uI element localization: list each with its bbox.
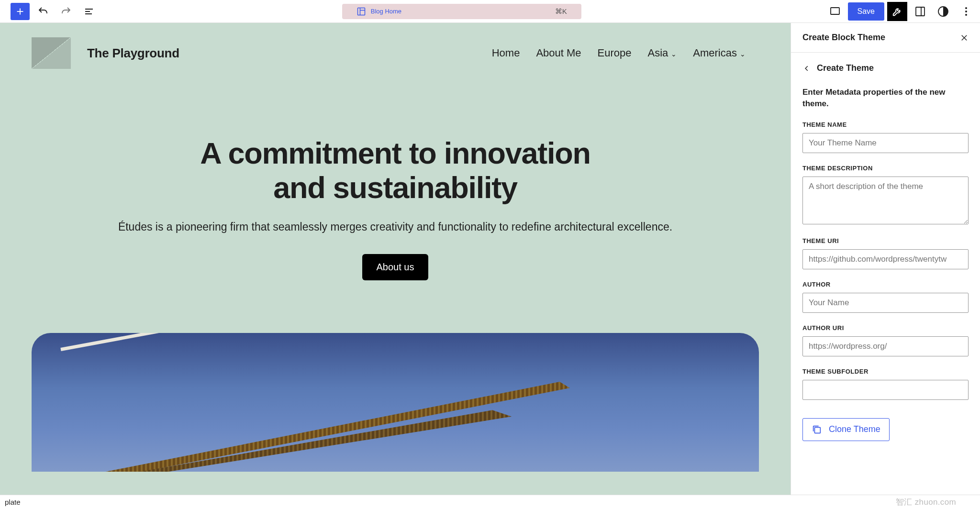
theme-name-input[interactable] bbox=[802, 133, 969, 153]
author-label: AUTHOR bbox=[802, 281, 969, 288]
chevron-down-icon: ⌄ bbox=[671, 50, 677, 58]
site-logo[interactable] bbox=[32, 37, 71, 69]
theme-uri-input[interactable] bbox=[802, 249, 969, 269]
view-button[interactable] bbox=[825, 1, 845, 22]
hero-cta-button[interactable]: About us bbox=[362, 254, 429, 280]
nav-americas[interactable]: Americas⌄ bbox=[693, 47, 746, 59]
editor-canvas[interactable]: The Playground Home About Me Europe Asia… bbox=[0, 23, 791, 495]
hero-section: A commitment to innovationand sustainabi… bbox=[0, 83, 791, 299]
panel-title: Create Block Theme bbox=[802, 33, 885, 43]
hero-image[interactable] bbox=[32, 333, 759, 472]
shortcut-hint: ⌘K bbox=[555, 7, 567, 16]
theme-subfolder-input[interactable] bbox=[802, 380, 969, 400]
more-menu-button[interactable] bbox=[956, 1, 976, 22]
author-input[interactable] bbox=[802, 293, 969, 313]
styles-button[interactable] bbox=[933, 1, 953, 22]
undo-button[interactable] bbox=[33, 2, 53, 21]
chevron-down-icon: ⌄ bbox=[740, 50, 746, 58]
author-uri-label: AUTHOR URI bbox=[802, 324, 969, 332]
theme-description-label: THEME DESCRIPTION bbox=[802, 165, 969, 172]
clone-theme-button[interactable]: Clone Theme bbox=[802, 418, 890, 441]
theme-description-input[interactable] bbox=[802, 177, 969, 224]
nav-home[interactable]: Home bbox=[492, 47, 520, 59]
nav-europe[interactable]: Europe bbox=[598, 47, 632, 59]
site-header: The Playground Home About Me Europe Asia… bbox=[0, 23, 791, 83]
svg-rect-5 bbox=[357, 8, 365, 15]
theme-uri-label: THEME URI bbox=[802, 237, 969, 244]
breadcrumb-fragment: plate bbox=[5, 498, 21, 506]
save-button[interactable]: Save bbox=[848, 2, 884, 21]
author-uri-input[interactable] bbox=[802, 336, 969, 356]
hero-subtitle[interactable]: Études is a pioneering firm that seamles… bbox=[29, 219, 762, 236]
svg-rect-8 bbox=[831, 8, 839, 14]
site-navigation: Home About Me Europe Asia⌄ Americas⌄ bbox=[492, 47, 759, 59]
panel-intro: Enter Metadata properties of the new the… bbox=[802, 87, 969, 110]
tools-button[interactable] bbox=[887, 2, 907, 21]
hero-title[interactable]: A commitment to innovationand sustainabi… bbox=[29, 136, 762, 205]
site-title[interactable]: The Playground bbox=[87, 46, 179, 61]
svg-point-13 bbox=[965, 7, 967, 9]
watermark: 智汇 zhuon.com bbox=[896, 497, 975, 508]
close-panel-button[interactable] bbox=[960, 33, 969, 42]
list-view-button[interactable] bbox=[79, 2, 99, 21]
template-selector[interactable]: Blog Home ⌘K bbox=[342, 4, 581, 19]
add-block-button[interactable] bbox=[11, 3, 30, 20]
status-bar: plate 智汇 zhuon.com bbox=[0, 495, 980, 509]
theme-subfolder-label: THEME SUBFOLDER bbox=[802, 368, 969, 375]
svg-point-15 bbox=[965, 14, 967, 16]
svg-rect-10 bbox=[916, 7, 924, 16]
top-toolbar: Blog Home ⌘K Save bbox=[0, 0, 980, 23]
back-create-theme[interactable]: Create Theme bbox=[802, 63, 969, 73]
svg-rect-18 bbox=[814, 427, 820, 433]
svg-point-14 bbox=[965, 11, 967, 12]
nav-about[interactable]: About Me bbox=[536, 47, 581, 59]
template-name: Blog Home bbox=[371, 8, 401, 15]
nav-asia[interactable]: Asia⌄ bbox=[648, 47, 677, 59]
create-block-theme-panel: Create Block Theme Create Theme Enter Me… bbox=[791, 23, 980, 495]
redo-button[interactable] bbox=[56, 2, 76, 21]
settings-panel-button[interactable] bbox=[910, 1, 930, 22]
theme-name-label: THEME NAME bbox=[802, 121, 969, 128]
